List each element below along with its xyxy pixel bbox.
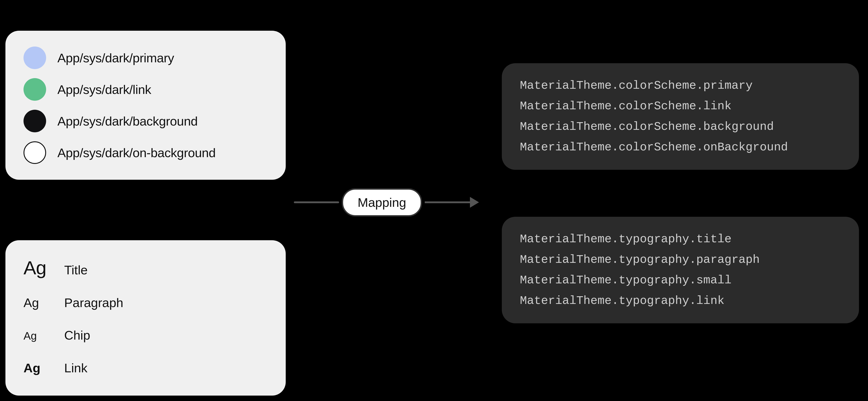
typography-token-row: AgParagraph [24,295,268,310]
color-token-row: App/sys/dark/primary [24,46,268,69]
color-swatch-icon [24,46,46,69]
code-line-colorscheme: MaterialTheme.colorScheme.onBackground [520,141,841,154]
color-token-row: App/sys/dark/link [24,78,268,101]
color-token-label: App/sys/dark/primary [57,51,174,65]
typography-sample: Ag [24,297,51,309]
code-line-colorscheme: MaterialTheme.colorScheme.link [520,100,841,113]
typography-token-row: AgLink [24,361,268,375]
code-line-typography: MaterialTheme.typography.title [520,233,841,246]
mapping-pill: Mapping [342,188,422,216]
code-line-typography: MaterialTheme.typography.link [520,294,841,307]
design-tokens-colors-card: App/sys/dark/primaryApp/sys/dark/linkApp… [5,31,286,180]
color-token-label: App/sys/dark/on-background [57,145,216,160]
color-token-label: App/sys/dark/background [57,114,197,129]
typography-token-row: AgChip [24,328,268,342]
code-typography-card: MaterialTheme.typography.titleMaterialTh… [502,217,859,323]
color-swatch-icon [24,78,46,101]
arrow-line-left [294,201,339,203]
color-token-row: App/sys/dark/background [24,110,268,132]
typography-sample: Ag [24,331,51,341]
typography-token-label: Paragraph [64,295,123,310]
typography-token-row: AgTitle [24,258,268,277]
code-line-colorscheme: MaterialTheme.colorScheme.background [520,120,841,133]
code-line-typography: MaterialTheme.typography.small [520,274,841,287]
typography-token-label: Chip [64,328,90,342]
color-token-row: App/sys/dark/on-background [24,141,268,164]
arrow-line-right [425,201,470,203]
typography-sample: Ag [24,362,51,374]
mapping-arrow-group: Mapping [294,193,491,211]
code-line-typography: MaterialTheme.typography.paragraph [520,253,841,266]
design-tokens-typography-card: AgTitleAgParagraphAgChipAgLink [5,240,286,396]
code-line-colorscheme: MaterialTheme.colorScheme.primary [520,79,841,92]
typography-sample: Ag [24,258,51,277]
color-swatch-icon [24,141,46,164]
color-token-label: App/sys/dark/link [57,82,151,97]
typography-token-label: Title [64,263,88,277]
arrow-head-icon [470,197,479,208]
color-swatch-icon [24,110,46,132]
code-colorscheme-card: MaterialTheme.colorScheme.primaryMateria… [502,63,859,170]
typography-token-label: Link [64,361,88,375]
